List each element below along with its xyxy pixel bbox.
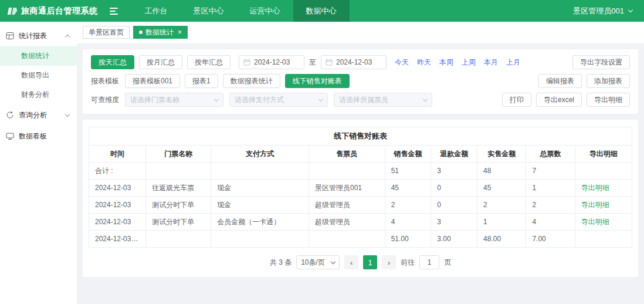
chevron-up-icon	[65, 34, 70, 39]
cell	[146, 231, 211, 248]
logo-icon	[7, 7, 18, 15]
table-card: 线下销售对账表 时间 门票名称 支付方式 售票员 销售金额 退款金额 实售金额 …	[83, 120, 638, 277]
table-row-total: 合计 : 51 3 48 7	[89, 163, 632, 180]
chevron-down-icon	[628, 8, 633, 12]
user-menu[interactable]: 景区管理员001	[573, 6, 632, 16]
nav-item-workbench[interactable]: 工作台	[132, 0, 181, 22]
cell: 0	[431, 197, 477, 214]
cell: 7	[526, 163, 575, 180]
col-header-seller: 售票员	[309, 146, 385, 163]
chevron-down-icon	[318, 96, 323, 101]
next-page-button[interactable]: ›	[382, 255, 396, 269]
month-summary-button[interactable]: 按月汇总	[139, 55, 182, 69]
cell: 导出明细	[575, 180, 632, 197]
nav-item-data-center[interactable]: 数据中心	[293, 0, 350, 22]
page-size-select[interactable]: 10条/页	[296, 255, 340, 269]
date-from-input[interactable]: 2024-12-03	[239, 55, 304, 69]
sidebar-group-label: 查询分析	[19, 110, 61, 120]
sidebar-item-data-statistics[interactable]: 数据统计	[0, 46, 77, 66]
sales-table: 线下销售对账表 时间 门票名称 支付方式 售票员 销售金额 退款金额 实售金额 …	[89, 127, 632, 248]
ticket-seller-select[interactable]: 请选择所属票员	[334, 93, 432, 107]
prev-page-button[interactable]: ‹	[344, 255, 358, 269]
day-summary-button[interactable]: 按天汇总	[91, 55, 134, 69]
cell: 2	[477, 197, 526, 214]
export-detail-link[interactable]: 导出明细	[581, 201, 609, 209]
export-detail-button[interactable]: 导出明细	[587, 93, 630, 107]
cell: 3	[431, 214, 477, 231]
quick-link-today[interactable]: 今天	[395, 58, 409, 67]
quick-link-this-week[interactable]: 本周	[439, 58, 453, 67]
edit-report-button[interactable]: 编辑报表	[538, 74, 582, 88]
app-logo: 旅商通后台管理系统	[7, 6, 98, 16]
nav-item-operation-center[interactable]: 运营中心	[237, 0, 293, 22]
page-body: 按天汇总 按月汇总 按年汇总 2024-12-03 至	[77, 43, 644, 304]
sidebar-item-finance-analysis[interactable]: 财务分析	[0, 85, 77, 104]
date-to-input[interactable]: 2024-12-03	[321, 55, 387, 69]
goto-page-input[interactable]	[419, 255, 439, 269]
chevron-down-icon	[423, 96, 428, 101]
page-1-button[interactable]: 1	[363, 255, 377, 269]
dimension-label: 可查维度	[91, 95, 125, 105]
cell: 2	[385, 197, 431, 214]
tab-data-statistics[interactable]: 数据统计 ×	[133, 26, 188, 39]
cell	[309, 163, 385, 180]
print-button[interactable]: 打印	[502, 93, 531, 107]
main-area: 统计报表 数据统计 数据导出 财务分析 查询分析 数据看板	[0, 22, 644, 304]
sidebar-group-statistics-report[interactable]: 统计报表	[0, 25, 77, 46]
dimension-filter-row: 可查维度 请选择门票名称 请选择支付方式 请选择所属票员	[91, 93, 630, 107]
export-fields-button[interactable]: 导出字段设置	[572, 55, 630, 69]
cell: 2024-12-03	[89, 197, 146, 214]
col-header-export-detail: 导出明细	[575, 146, 632, 163]
sidebar-item-data-export[interactable]: 数据导出	[0, 66, 77, 85]
quick-link-this-month[interactable]: 本月	[484, 58, 498, 67]
nav-item-label: 数据中心	[306, 6, 337, 16]
quick-link-last-month[interactable]: 上月	[506, 58, 520, 67]
report-1-button[interactable]: 报表1	[185, 74, 218, 88]
sidebar-item-label: 数据导出	[21, 70, 49, 80]
sidebar-item-label: 财务分析	[21, 90, 49, 100]
export-excel-button[interactable]: 导出excel	[536, 93, 582, 107]
export-detail-link[interactable]: 导出明细	[581, 218, 609, 226]
cell: 48	[477, 163, 526, 180]
tab-scenic-home[interactable]: 单景区首页	[83, 26, 130, 39]
menu-collapse-icon[interactable]	[110, 8, 118, 15]
ticket-name-select[interactable]: 请选择门票名称	[125, 93, 223, 107]
offline-sales-report-button[interactable]: 线下销售对账表	[285, 74, 350, 88]
top-navbar: 旅商通后台管理系统 工作台 景区中心 运营中心 数据中心 景区管理员001	[0, 0, 644, 22]
cell	[575, 163, 632, 180]
cell: 超级管理员	[309, 197, 385, 214]
cell: 往返观光车票	[146, 180, 211, 197]
nav-item-label: 工作台	[145, 6, 168, 16]
sidebar-item-label: 数据统计	[21, 51, 49, 61]
cell: 3.00	[431, 231, 477, 248]
payment-method-select[interactable]: 请选择支付方式	[229, 93, 328, 107]
nav-item-scenic-center[interactable]: 景区中心	[181, 0, 237, 22]
quick-link-last-week[interactable]: 上周	[462, 58, 476, 67]
col-header-sales-amount: 销售金额	[385, 146, 431, 163]
tab-close-icon[interactable]: ×	[178, 29, 182, 36]
page-size-value: 10条/页	[301, 258, 325, 268]
year-summary-button[interactable]: 按年汇总	[187, 55, 231, 69]
content-area: 单景区首页 数据统计 × 按天汇总 按月汇总 按年汇总	[77, 22, 644, 304]
goto-label: 前往	[401, 258, 415, 268]
data-report-statistics-button[interactable]: 数据报表统计	[223, 74, 280, 88]
cell: 现金	[211, 197, 309, 214]
sidebar-group-data-board[interactable]: 数据看板	[0, 126, 77, 147]
cell: 1	[526, 180, 575, 197]
export-detail-link[interactable]: 导出明细	[581, 184, 609, 192]
cell	[309, 231, 385, 248]
date-to-value: 2024-12-03	[336, 58, 372, 66]
table-header-row: 时间 门票名称 支付方式 售票员 销售金额 退款金额 实售金额 总票数 导出明细	[89, 146, 632, 163]
app-root: 旅商通后台管理系统 工作台 景区中心 运营中心 数据中心 景区管理员001 统计…	[0, 0, 644, 304]
quick-link-yesterday[interactable]: 昨天	[417, 58, 431, 67]
col-header-payment-method: 支付方式	[211, 146, 309, 163]
cell: 现金	[211, 180, 309, 197]
cell: 景区管理员001	[309, 180, 385, 197]
cell: 2	[526, 197, 575, 214]
date-from-value: 2024-12-03	[254, 58, 290, 66]
cell: 7.00	[526, 231, 575, 248]
navbar-left: 旅商通后台管理系统 工作台 景区中心 运营中心 数据中心	[7, 0, 350, 22]
sidebar-group-query-analysis[interactable]: 查询分析	[0, 104, 77, 126]
add-report-button[interactable]: 添加报表	[587, 74, 630, 88]
report-template-001-button[interactable]: 报表模板001	[125, 74, 180, 88]
